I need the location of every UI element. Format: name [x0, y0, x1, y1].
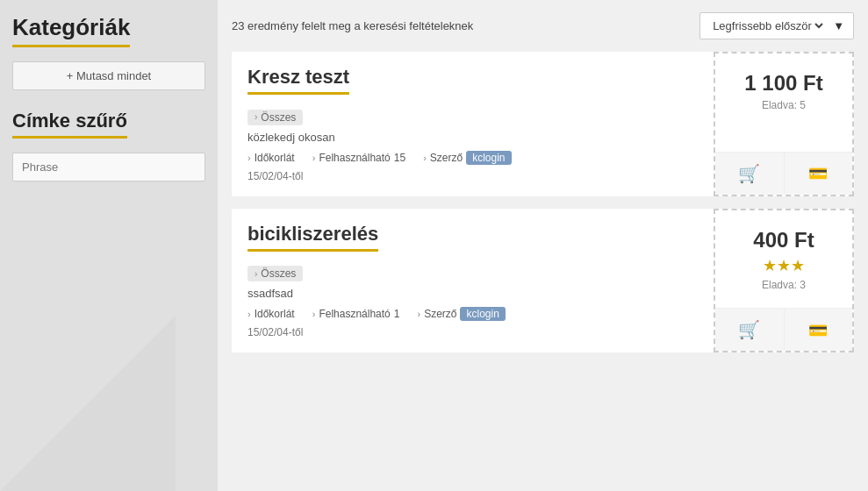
users-item: › Felhasználható 15 [312, 152, 405, 164]
product-date: 15/02/04-től [247, 326, 698, 338]
star-rating: ★★★ [753, 256, 814, 275]
price-section: 1 100 Ft Eladva: 5 [744, 62, 822, 117]
product-title: bicikliszerelés [247, 223, 378, 252]
product-date: 15/02/04-től [247, 170, 698, 182]
phrase-input[interactable] [12, 153, 205, 181]
product-tags: › Összes [247, 109, 698, 125]
product-description: ssadfsad [247, 287, 698, 300]
author-item: › Szerző kclogin [423, 151, 511, 165]
chevron-down-icon: ▼ [833, 19, 844, 32]
product-title: Kresz teszt [247, 66, 349, 95]
author-item: › Szerző kclogin [417, 307, 505, 321]
card-icon [808, 163, 828, 183]
sidebar: Kategóriák + Mutasd mindet Címke szűrő [0, 0, 218, 491]
product-info: Kresz teszt › Összes közlekedj okosan › … [232, 52, 714, 196]
product-tag[interactable]: › Összes [247, 266, 303, 281]
action-buttons [715, 152, 852, 195]
product-tags: › Összes [247, 266, 698, 282]
product-meta: › Időkorlát › Felhasználható 1 › Szerző … [247, 307, 698, 321]
price-value: 400 Ft [753, 228, 814, 253]
filter-title: Címke szűrő [12, 110, 127, 139]
product-description: közlekedj okosan [247, 131, 698, 144]
tag-arrow-icon: › [255, 269, 257, 279]
users-item: › Felhasználható 1 [312, 308, 400, 320]
results-bar: 23 eredmény felelt meg a keresési feltét… [232, 12, 854, 39]
cart-icon [738, 163, 760, 184]
buy-button[interactable] [785, 309, 853, 351]
time-limit-item: › Időkorlát [247, 152, 295, 164]
author-badge: kclogin [466, 151, 511, 165]
price-sold: Eladva: 5 [744, 99, 822, 111]
price-value: 1 100 Ft [744, 71, 822, 96]
sort-select-input[interactable]: Legfrissebb először Legrégebbi először Á… [709, 18, 826, 33]
buy-button[interactable] [785, 153, 853, 195]
cart-icon [738, 319, 760, 340]
product-card: Kresz teszt › Összes közlekedj okosan › … [232, 52, 854, 196]
filter-section: Címke szűrő [12, 110, 205, 181]
sort-dropdown[interactable]: Legfrissebb először Legrégebbi először Á… [699, 12, 854, 39]
main-content: 23 eredmény felelt meg a keresési feltét… [218, 0, 868, 491]
time-limit-item: › Időkorlát [247, 308, 295, 320]
product-card: bicikliszerelés › Összes ssadfsad › Idők… [232, 209, 854, 353]
author-badge: kclogin [460, 307, 505, 321]
add-to-cart-button[interactable] [715, 309, 785, 351]
price-section: 400 Ft ★★★ Eladva: 3 [753, 219, 814, 296]
tag-arrow-icon: › [255, 112, 257, 122]
price-sold: Eladva: 3 [753, 279, 814, 291]
product-price-area: 1 100 Ft Eladva: 5 [714, 52, 854, 196]
product-info: bicikliszerelés › Összes ssadfsad › Idők… [232, 209, 714, 353]
product-price-area: 400 Ft ★★★ Eladva: 3 [714, 209, 854, 353]
product-meta: › Időkorlát › Felhasználható 15 › Szerző… [247, 151, 698, 165]
product-tag[interactable]: › Összes [247, 110, 303, 125]
card-icon [808, 320, 828, 340]
show-all-button[interactable]: + Mutasd mindet [12, 61, 205, 90]
add-to-cart-button[interactable] [715, 153, 785, 195]
results-count: 23 eredmény felelt meg a keresési feltét… [232, 19, 473, 32]
action-buttons [715, 308, 852, 351]
categories-title: Kategóriák [12, 14, 130, 47]
